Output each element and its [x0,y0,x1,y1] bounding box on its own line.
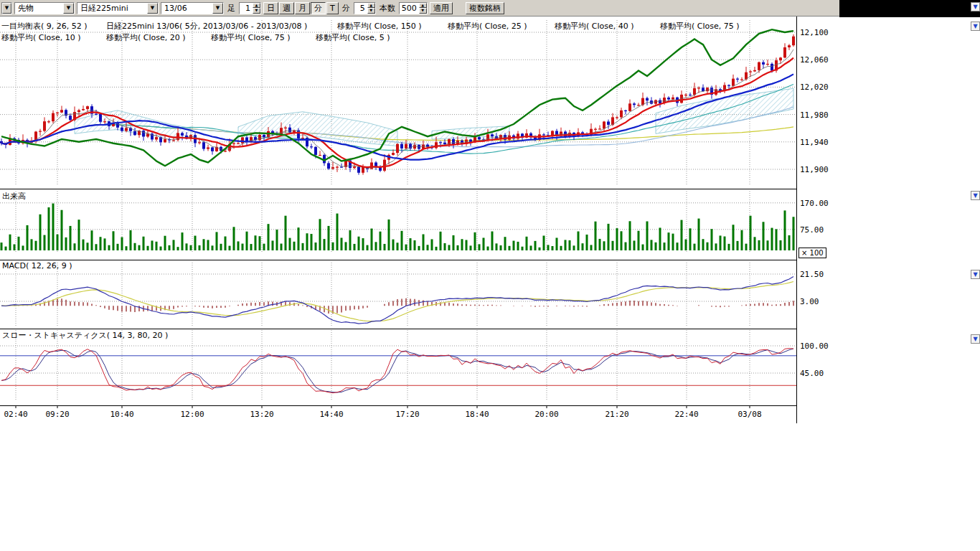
macd-panel-label: MACD( 12, 26, 9 ) [2,261,72,270]
legend-item: 一目均衡表( 9, 26, 52 ) [1,21,88,32]
stoch-panel [0,349,796,393]
axis-label: 10:40 [110,410,133,419]
axis-label: 20:00 [534,410,558,419]
axis-label: 100.00 [800,342,829,351]
axis-label: 11,980 [800,110,829,120]
legend-item: 移動平均( Close, 75 ) [660,21,740,32]
axis-label: 75.00 [800,225,824,235]
legend-item: 移動平均( Close, 40 ) [555,21,634,32]
axis-label: 14:40 [319,410,343,419]
axis-label: 170.00 [800,199,829,208]
axis-label: 22:40 [674,410,698,419]
volume-panel-label: 出来高 [2,191,26,202]
macd-panel [1,277,793,324]
panel-scroll-down-button[interactable]: ▼ [971,2,980,11]
axis-label: 02:40 [4,410,27,419]
panel-scroll-down-button[interactable]: ▼ [971,22,980,31]
main-chart [0,29,795,174]
legend-item: 移動平均( Close, 5 ) [316,32,390,43]
volume-multiplier-box: × 100 [798,248,826,258]
legend-item: 移動平均( Close, 150 ) [337,21,422,32]
axes: 12,10012,06012,02011,98011,94011,900170.… [0,17,829,423]
volume-panel [1,204,795,250]
panel-scroll-down-button[interactable]: ▼ [971,334,980,344]
axis-label: 12:00 [180,410,204,419]
axis-label: 03/08 [738,410,761,419]
legend-item: 移動平均( Close, 75 ) [211,32,291,43]
axis-label: 17:20 [395,410,419,419]
stoch-panel-label: スロー・ストキャスティクス( 14, 3, 80, 20 ) [2,330,168,341]
axis-label: 18:40 [465,410,489,419]
gridlines [0,20,796,400]
axis-label: 3.00 [800,297,819,306]
legend-item: 移動平均( Close, 10 ) [1,32,81,43]
axis-label: 12,060 [800,55,829,65]
legend-item: 日経225mini 13/06( 5分, 2013/03/06 - 2013/0… [106,21,307,32]
axis-label: 09:20 [45,410,69,419]
axis-label: 12,100 [800,28,829,37]
chart-canvas: 12,10012,06012,02011,98011,94011,900170.… [0,0,980,551]
axis-label: 13:20 [250,410,273,419]
panel-scroll-down-button[interactable]: ▼ [971,191,980,200]
axis-label: 11,900 [800,165,829,174]
axis-label: 11,940 [800,138,829,147]
panel-scroll-down-button[interactable]: ▼ [971,270,980,279]
axis-label: 12,020 [800,83,829,92]
axis-label: 21:20 [605,410,628,419]
axis-label: 21.50 [800,270,824,279]
legend-item: 移動平均( Close, 25 ) [448,21,527,32]
legend-item: 移動平均( Close, 20 ) [106,32,186,43]
axis-label: 45.00 [800,369,824,378]
